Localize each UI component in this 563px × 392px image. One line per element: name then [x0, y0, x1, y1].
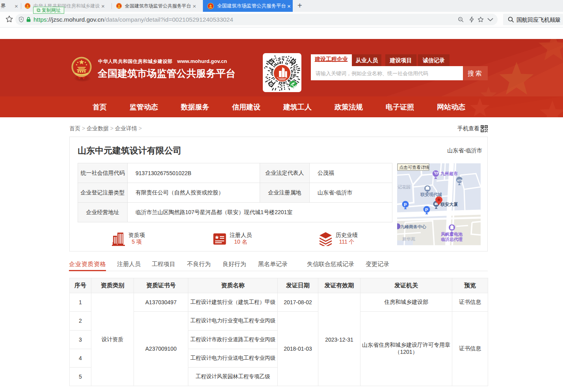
svg-text:联安现代城: 联安现代城	[420, 192, 442, 197]
svg-text:临沂总代理: 临沂总代理	[441, 237, 463, 242]
svg-text:记花园: 记花园	[398, 185, 411, 189]
svg-text:点击可查看详情: 点击可查看详情	[399, 165, 429, 170]
svg-text:九峰商务中心: 九峰商务中心	[400, 224, 427, 229]
svg-text:ATM: ATM	[457, 179, 463, 182]
svg-text:新华苑: 新华苑	[402, 237, 415, 241]
svg-text:P: P	[404, 202, 407, 207]
svg-text:联安大厦: 联安大厦	[440, 202, 458, 207]
svg-text:九州超市: 九州超市	[440, 171, 458, 176]
svg-text:P: P	[425, 207, 428, 212]
svg-text:风帆蓄电池: 风帆蓄电池	[440, 232, 463, 237]
